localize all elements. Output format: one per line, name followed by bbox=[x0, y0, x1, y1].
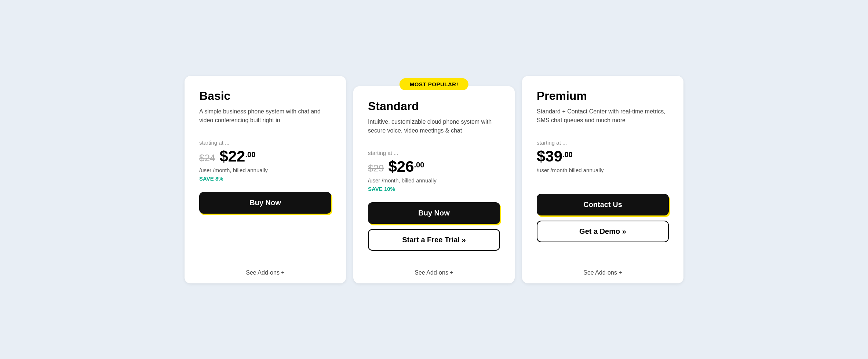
basic-price-row: $24 $22 .00 bbox=[199, 149, 331, 164]
standard-card-footer: See Add-ons + bbox=[353, 262, 515, 283]
premium-price-cents: .00 bbox=[562, 151, 573, 158]
standard-plan-description: Intuitive, customizable cloud phone syst… bbox=[368, 117, 500, 139]
basic-card: Basic A simple business phone system wit… bbox=[185, 76, 346, 283]
standard-current-price: $26 .00 bbox=[388, 159, 424, 174]
standard-price-row: $29 $26 .00 bbox=[368, 159, 500, 174]
basic-starting-at: starting at ... bbox=[199, 139, 331, 146]
standard-plan-name: Standard bbox=[368, 99, 500, 113]
premium-save-badge bbox=[537, 175, 669, 184]
premium-price-dollar: $39 bbox=[537, 149, 562, 164]
basic-billing-info: /user /month, billed annually bbox=[199, 167, 331, 173]
standard-card: MOST POPULAR! Standard Intuitive, custom… bbox=[353, 86, 515, 283]
basic-card-footer: See Add-ons + bbox=[185, 262, 346, 283]
premium-card-footer: See Add-ons + bbox=[522, 262, 683, 283]
premium-plan-name: Premium bbox=[537, 89, 669, 103]
basic-see-addons[interactable]: See Add-ons + bbox=[246, 269, 284, 276]
basic-save-badge: SAVE 8% bbox=[199, 175, 331, 182]
premium-billing-info: /user /month billed annually bbox=[537, 167, 669, 173]
standard-free-trial-button[interactable]: Start a Free Trial » bbox=[368, 229, 500, 251]
basic-card-body: Basic A simple business phone system wit… bbox=[185, 76, 346, 262]
standard-starting-at: starting at ... bbox=[368, 150, 500, 156]
basic-plan-name: Basic bbox=[199, 89, 331, 103]
basic-current-price: $22 .00 bbox=[219, 149, 255, 164]
standard-buttons-area: Buy Now Start a Free Trial » bbox=[368, 202, 500, 251]
standard-save-badge: SAVE 10% bbox=[368, 186, 500, 192]
standard-price-dollar: $26 bbox=[388, 159, 414, 174]
standard-billing-info: /user /month, billed annually bbox=[368, 177, 500, 184]
basic-price-dollar: $22 bbox=[219, 149, 245, 164]
basic-original-price: $24 bbox=[199, 152, 215, 164]
premium-plan-description: Standard + Contact Center with real-time… bbox=[537, 107, 669, 129]
standard-price-cents: .00 bbox=[414, 161, 424, 168]
standard-card-body: Standard Intuitive, customizable cloud p… bbox=[353, 86, 515, 262]
premium-price-row: $39 .00 bbox=[537, 149, 669, 164]
basic-buttons-area: Buy Now bbox=[199, 192, 331, 214]
premium-buttons-area: Contact Us Get a Demo » bbox=[537, 194, 669, 242]
standard-buy-now-button[interactable]: Buy Now bbox=[368, 202, 500, 224]
basic-buy-now-button[interactable]: Buy Now bbox=[199, 192, 331, 214]
most-popular-badge: MOST POPULAR! bbox=[400, 78, 468, 90]
premium-see-addons[interactable]: See Add-ons + bbox=[583, 269, 622, 276]
basic-plan-description: A simple business phone system with chat… bbox=[199, 107, 331, 129]
premium-card: Premium Standard + Contact Center with r… bbox=[522, 76, 683, 283]
pricing-container: Basic A simple business phone system wit… bbox=[177, 76, 691, 283]
premium-card-body: Premium Standard + Contact Center with r… bbox=[522, 76, 683, 262]
premium-get-demo-button[interactable]: Get a Demo » bbox=[537, 221, 669, 242]
premium-contact-us-button[interactable]: Contact Us bbox=[537, 194, 669, 215]
standard-original-price: $29 bbox=[368, 163, 384, 174]
basic-price-cents: .00 bbox=[245, 151, 255, 158]
premium-current-price: $39 .00 bbox=[537, 149, 573, 164]
standard-see-addons[interactable]: See Add-ons + bbox=[415, 269, 453, 276]
premium-starting-at: starting at ... bbox=[537, 139, 669, 146]
